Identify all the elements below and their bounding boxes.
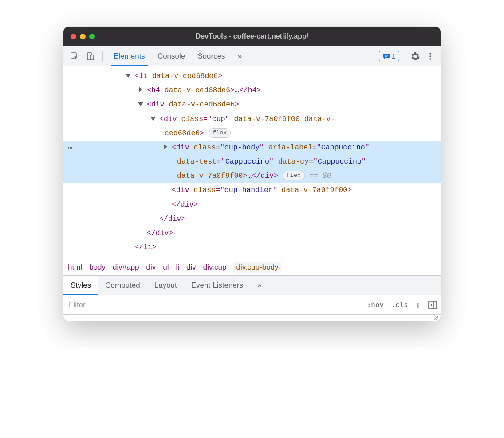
titlebar: DevTools - coffee-cart.netlify.app/	[63, 27, 441, 46]
crumb-div-cup-body[interactable]: div.cup-body	[233, 262, 281, 273]
tab-sources[interactable]: Sources	[191, 46, 231, 66]
crumb-div2[interactable]: div	[186, 263, 196, 272]
ellipsis-icon[interactable]: ⋯	[68, 141, 73, 156]
crumb-div-app[interactable]: div#app	[113, 263, 139, 272]
toggle-cls-button[interactable]: .cls	[387, 301, 412, 309]
crumb-div-cup[interactable]: div.cup	[203, 263, 227, 272]
tab-console[interactable]: Console	[151, 46, 191, 66]
tab-styles[interactable]: Styles	[63, 276, 98, 295]
crumb-ul[interactable]: ul	[163, 263, 169, 272]
chevron-right-icon[interactable]	[164, 144, 167, 149]
issues-count: 1	[392, 52, 395, 60]
dom-node-div-cup-handler[interactable]: <div class="cup-handler" data-v-7a0f9f00…	[63, 183, 441, 197]
dom-node-div-cup[interactable]: <div class="cup" data-v-7a0f9f00 data-v-	[63, 112, 441, 126]
chevron-down-icon[interactable]	[150, 117, 156, 121]
settings-icon[interactable]	[409, 50, 422, 63]
dom-node-li-close[interactable]: </li>	[63, 240, 441, 254]
svg-point-5	[429, 53, 431, 55]
main-toolbar: Elements Console Sources » 1	[63, 46, 441, 66]
chevron-right-icon[interactable]	[139, 87, 142, 92]
dom-node-div-cup-handler-close[interactable]: </div>	[63, 198, 441, 212]
svg-point-6	[429, 55, 431, 57]
dom-node-div-1[interactable]: <div data-v-ced68de6>	[63, 98, 441, 112]
device-toolbar-icon[interactable]	[84, 50, 97, 63]
dom-node-selected[interactable]: ⋯ <div class="cup-body" aria-label="Capp…	[63, 141, 441, 184]
dom-node-h4[interactable]: <h4 data-v-ced68de6>…</h4>	[63, 83, 441, 98]
close-window-button[interactable]	[71, 34, 76, 39]
crumb-body[interactable]: body	[89, 263, 106, 272]
dom-node-div-cup-cont[interactable]: ced68de6> flex	[63, 126, 441, 141]
tab-event-listeners[interactable]: Event Listeners	[184, 276, 250, 295]
tab-layout[interactable]: Layout	[147, 276, 184, 295]
minimize-window-button[interactable]	[80, 34, 86, 39]
flex-badge[interactable]: flex	[209, 128, 231, 138]
new-style-rule-button[interactable]: +	[412, 299, 425, 310]
more-options-icon[interactable]	[424, 50, 437, 63]
tabs-overflow-button[interactable]: »	[232, 46, 248, 66]
inspect-element-icon[interactable]	[68, 50, 81, 63]
dom-breadcrumb: html body div#app div ul li div div.cup …	[63, 259, 441, 276]
styles-filter-input[interactable]	[63, 301, 363, 309]
svg-rect-4	[385, 56, 387, 56]
svg-rect-2	[91, 55, 94, 60]
styles-panel-tabs: Styles Computed Layout Event Listeners »	[63, 276, 441, 295]
styles-tabs-overflow[interactable]: »	[250, 276, 268, 295]
svg-rect-8	[429, 301, 437, 309]
crumb-li[interactable]: li	[176, 263, 180, 272]
toggle-hov-button[interactable]: :hov	[363, 301, 388, 309]
chevron-down-icon[interactable]	[126, 74, 131, 78]
traffic-lights	[71, 34, 95, 39]
tab-computed[interactable]: Computed	[98, 276, 147, 295]
styles-filter-row: :hov .cls +	[63, 295, 441, 315]
dom-node-div-cup-close[interactable]: </div>	[63, 212, 441, 226]
toggle-panel-icon[interactable]	[425, 301, 441, 309]
tab-elements[interactable]: Elements	[107, 46, 151, 66]
crumb-html[interactable]: html	[68, 263, 82, 272]
dom-node-div-1-close[interactable]: </div>	[63, 226, 441, 240]
crumb-div[interactable]: div	[146, 263, 156, 272]
dom-node-li[interactable]: <li data-v-ced68de6>	[63, 69, 441, 83]
maximize-window-button[interactable]	[89, 34, 95, 39]
issues-badge[interactable]: 1	[379, 51, 399, 61]
resize-handle[interactable]	[63, 315, 441, 321]
panel-tabs: Elements Console Sources »	[107, 46, 248, 66]
elements-tree[interactable]: <li data-v-ced68de6> <h4 data-v-ced68de6…	[63, 66, 441, 259]
chevron-down-icon[interactable]	[138, 102, 143, 106]
window-title: DevTools - coffee-cart.netlify.app/	[196, 32, 309, 40]
flex-badge[interactable]: flex	[283, 171, 305, 180]
console-reference: == $0	[309, 172, 331, 180]
svg-point-7	[429, 58, 431, 60]
svg-rect-3	[385, 55, 388, 55]
chat-icon	[383, 53, 390, 59]
devtools-window: DevTools - coffee-cart.netlify.app/ Elem…	[63, 27, 441, 321]
